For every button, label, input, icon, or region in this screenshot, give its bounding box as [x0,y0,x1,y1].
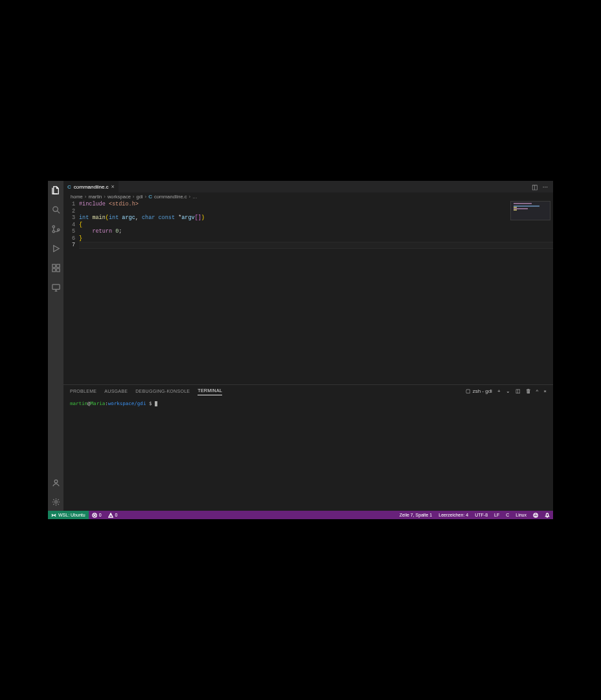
status-eol[interactable]: LF [491,511,503,519]
breadcrumb[interactable]: home› martin› workspace› gdi› C commandl… [63,192,553,201]
source-control-icon[interactable] [51,224,61,234]
crumb-workspace[interactable]: workspace [108,194,131,200]
vscode-window: C commandline.c × ◫ ··· home› martin› wo… [48,181,553,519]
crumb-file-icon: C [148,194,152,200]
tab-close-icon[interactable]: × [111,183,115,190]
code-content[interactable]: #include <stdio.h> int main(int argc, ch… [79,201,553,384]
error-icon [92,513,97,518]
terminal-split-dropdown-icon[interactable]: ⌄ [506,388,510,394]
split-editor-icon[interactable]: ◫ [532,183,538,191]
kill-terminal-icon[interactable]: 🗑 [526,388,531,394]
tab-commandline[interactable]: C commandline.c × [63,181,119,192]
tab-bar: C commandline.c × ◫ ··· [63,181,553,192]
remote-icon [51,513,56,518]
status-bell-icon[interactable] [541,511,553,519]
svg-point-2 [52,230,54,232]
svg-point-9 [54,480,58,483]
status-indent[interactable]: Leerzeichen: 4 [435,511,471,519]
accounts-icon[interactable] [51,477,61,487]
svg-point-1 [52,226,54,228]
panel-tabs: PROBLEME AUSGABE DEBUGGING-KONSOLE TERMI… [63,385,553,397]
new-terminal-icon[interactable]: + [497,388,501,394]
svg-point-14 [536,514,537,515]
status-os[interactable]: Linux [512,511,530,519]
status-lang[interactable]: C [503,511,512,519]
warning-icon [108,513,113,518]
main-area: C commandline.c × ◫ ··· home› martin› wo… [48,181,553,511]
svg-rect-6 [52,268,55,272]
panel-tab-ausgabe[interactable]: AUSGABE [104,387,128,395]
status-encoding[interactable]: UTF-8 [471,511,491,519]
activity-bar [48,181,63,511]
more-actions-icon[interactable]: ··· [543,183,548,191]
crumb-more[interactable]: … [192,194,198,200]
minimap[interactable] [510,201,550,220]
svg-rect-4 [52,264,55,267]
c-file-icon: C [67,184,71,190]
editor-area: C commandline.c × ◫ ··· home› martin› wo… [63,181,553,511]
panel-tab-terminal[interactable]: TERMINAL [198,386,222,395]
status-cursor[interactable]: Zeile 7, Spalte 1 [396,511,436,519]
svg-point-10 [54,500,57,503]
panel-tab-probleme[interactable]: PROBLEME [70,387,96,395]
remote-indicator[interactable]: WSL: Ubuntu [48,511,89,519]
svg-rect-5 [56,264,60,267]
svg-point-13 [534,514,535,515]
status-feedback-icon[interactable] [530,511,541,519]
svg-rect-7 [56,268,60,272]
terminal-cursor [155,401,157,406]
svg-point-0 [52,206,58,211]
crumb-file[interactable]: commandline.c [154,194,187,200]
tab-filename: commandline.c [74,184,109,190]
remote-explorer-icon[interactable] [51,282,61,292]
code-region[interactable]: 1 2 3 4 5 6 7 #include <stdio.h> int mai… [63,201,553,384]
svg-rect-8 [52,284,59,289]
explorer-icon[interactable] [51,185,61,195]
panel-tab-debug[interactable]: DEBUGGING-KONSOLE [135,387,190,395]
terminal-content[interactable]: martin@Maria:workspace/gdi $ [63,397,553,511]
close-panel-icon[interactable]: × [543,388,547,394]
bottom-panel: PROBLEME AUSGABE DEBUGGING-KONSOLE TERMI… [63,384,553,511]
crumb-gdi[interactable]: gdi [136,194,142,200]
status-errors[interactable]: 0 [89,511,105,519]
maximize-panel-icon[interactable]: ^ [536,388,539,394]
status-bar: WSL: Ubuntu 0 0 Zeile 7, Spalte 1 Leerze… [48,511,553,519]
terminal-selector[interactable]: ▢ zsh - gdi [466,388,492,394]
split-terminal-icon[interactable]: ◫ [516,388,521,394]
status-warnings[interactable]: 0 [105,511,121,519]
search-icon[interactable] [51,204,61,215]
crumb-home[interactable]: home [71,194,83,200]
extensions-icon[interactable] [51,262,61,273]
crumb-martin[interactable]: martin [88,194,102,200]
settings-gear-icon[interactable] [51,496,61,507]
line-gutter: 1 2 3 4 5 6 7 [63,201,79,384]
editor-actions: ◫ ··· [532,181,553,192]
run-debug-icon[interactable] [51,243,61,253]
